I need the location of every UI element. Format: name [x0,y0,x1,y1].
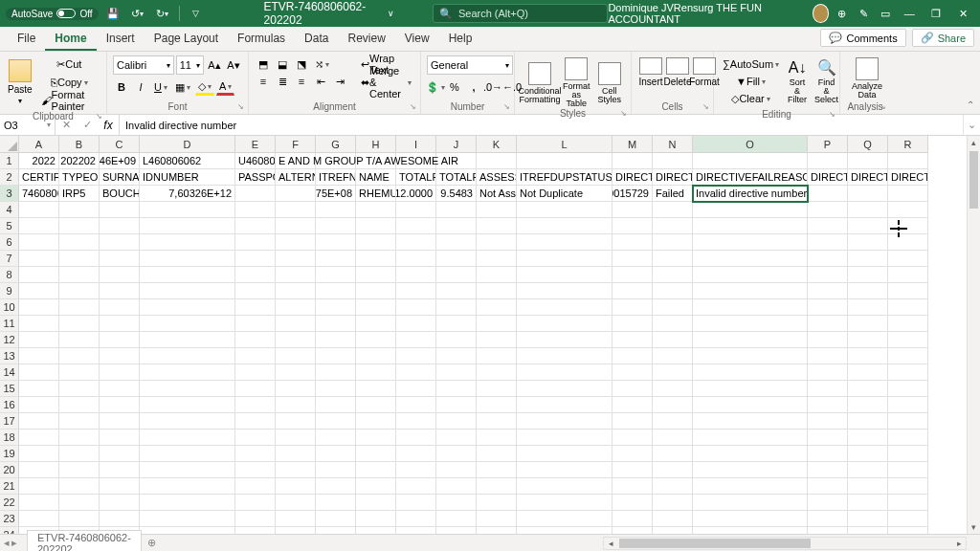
cell[interactable] [59,332,100,348]
cell[interactable] [100,511,140,527]
cell[interactable] [19,430,59,446]
cell[interactable] [693,153,808,169]
cell[interactable]: 202202 [59,153,100,169]
cell[interactable] [59,364,100,381]
font-size-select[interactable]: 11▾ [176,55,204,75]
cell[interactable] [888,413,928,430]
cell[interactable] [19,364,59,381]
cell[interactable] [316,251,356,267]
col-header[interactable]: K [477,136,517,153]
cell[interactable] [100,299,140,316]
cell[interactable] [100,348,140,364]
analyze-data-button[interactable]: Analyze Data [846,55,888,101]
cell[interactable] [235,381,276,397]
merge-center-button[interactable]: ⬌ Merge & Center [358,74,414,91]
cell[interactable] [517,397,612,413]
cell[interactable] [888,202,928,218]
autosave-toggle[interactable]: AutoSave Off [6,8,99,20]
cell[interactable] [276,299,316,316]
cell[interactable]: DIRECTIVEFAILREASON1 [693,169,808,186]
sheet-nav-next-icon[interactable]: ▸ [11,537,17,549]
col-header[interactable]: A [19,136,59,153]
cell[interactable] [396,316,436,332]
cell[interactable] [653,462,693,478]
cell[interactable] [477,413,517,430]
close-button[interactable]: ✕ [951,0,974,27]
cell[interactable] [100,218,140,234]
cell[interactable] [436,430,477,446]
cell[interactable] [848,348,888,364]
cell[interactable] [888,283,928,299]
cell[interactable] [396,430,436,446]
cell[interactable] [235,413,276,430]
cell[interactable] [235,364,276,381]
align-right-icon[interactable]: ≡ [293,73,310,90]
cell[interactable] [19,283,59,299]
cell[interactable] [693,332,808,348]
restore-button[interactable]: ❐ [924,0,947,27]
cell[interactable] [276,430,316,446]
cell[interactable] [356,218,396,234]
cell[interactable] [59,478,100,495]
cell[interactable] [235,527,276,534]
cell[interactable] [140,218,235,234]
cell[interactable]: ITREFDUPSTATUS [517,169,612,186]
cell[interactable] [888,332,928,348]
minimize-button[interactable]: — [898,0,921,27]
row-header[interactable]: 17 [0,413,19,430]
cell[interactable] [888,153,928,169]
cell[interactable] [19,381,59,397]
cell[interactable] [59,381,100,397]
row-header[interactable]: 19 [0,446,19,462]
cell[interactable] [517,316,612,332]
cell[interactable] [517,348,612,364]
cell[interactable] [140,397,235,413]
cell[interactable] [517,478,612,495]
cell[interactable] [396,234,436,251]
cell[interactable]: ALTERNAT [276,169,316,186]
cell[interactable] [653,234,693,251]
cell[interactable] [888,478,928,495]
fill-button[interactable]: ▼ Fill [720,73,782,90]
cell[interactable] [808,267,848,283]
cell[interactable] [612,527,653,534]
cell[interactable] [848,251,888,267]
cell[interactable] [235,283,276,299]
paste-button[interactable]: Paste▾ [6,55,34,109]
search-input[interactable]: 🔍 Search (Alt+Q) [433,4,608,23]
collapse-ribbon-icon[interactable]: ⌃ [967,99,974,110]
cell[interactable] [59,299,100,316]
cell[interactable] [653,218,693,234]
cell[interactable] [396,478,436,495]
row-header[interactable]: 1 [0,153,19,169]
cell[interactable] [653,527,693,534]
col-header[interactable]: C [100,136,140,153]
cell[interactable] [888,364,928,381]
cell[interactable] [316,527,356,534]
cell[interactable] [848,364,888,381]
cell[interactable] [848,218,888,234]
cell[interactable] [19,397,59,413]
cell[interactable] [396,397,436,413]
cell[interactable] [356,413,396,430]
cell[interactable]: TOTALPER [396,169,436,186]
cell[interactable] [436,462,477,478]
cell[interactable] [396,495,436,511]
row-header[interactable]: 7 [0,251,19,267]
cell[interactable] [612,430,653,446]
cell[interactable] [693,299,808,316]
cell[interactable] [235,251,276,267]
cell[interactable] [100,283,140,299]
cell[interactable] [100,397,140,413]
file-name[interactable]: ETVR-7460806062-202202∨ [264,0,394,27]
cell[interactable]: NAME [356,169,396,186]
col-header[interactable]: O [693,136,808,153]
present-icon[interactable]: ⊕ [833,3,851,24]
cell[interactable] [235,348,276,364]
cell[interactable] [848,478,888,495]
cell[interactable] [848,397,888,413]
cell[interactable] [276,364,316,381]
cell[interactable]: RHEMUS J [356,186,396,202]
cell[interactable] [436,267,477,283]
cell[interactable] [140,202,235,218]
